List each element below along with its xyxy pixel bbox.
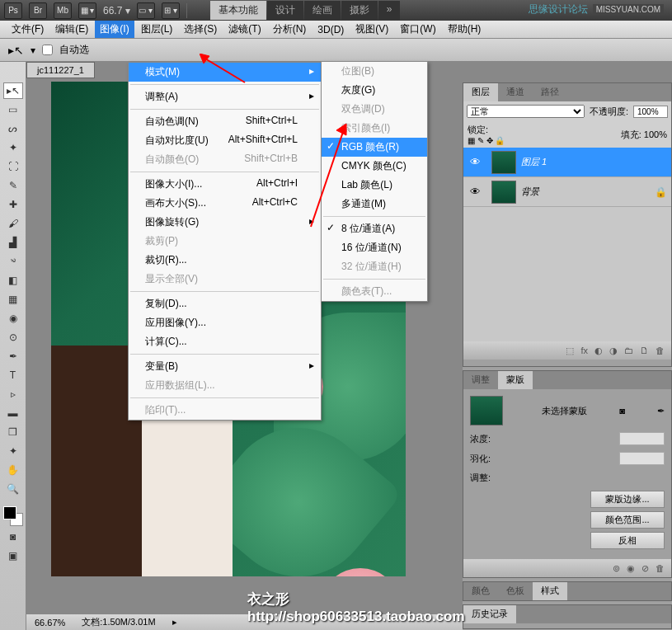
fx-icon[interactable]: fx (580, 346, 588, 355)
workspace-paint[interactable]: 绘画 (304, 1, 341, 20)
menu-view[interactable]: 视图(V) (350, 21, 393, 38)
menu-select[interactable]: 选择(S) (179, 21, 222, 38)
workspace-photo[interactable]: 摄影 (341, 1, 378, 20)
tab-paths[interactable]: 路径 (533, 83, 567, 101)
layer-thumb[interactable] (491, 151, 516, 174)
fill-value[interactable]: 100% (644, 129, 667, 139)
submenu-8bit[interactable]: ✓8 位/通道(A) (322, 219, 427, 238)
screenmode-tool[interactable]: ▣ (3, 548, 23, 564)
menu-image[interactable]: 图像(I) (95, 21, 134, 38)
menu-canvassize[interactable]: 画布大小(S)...Alt+Ctrl+C (129, 194, 321, 213)
menu-rotate[interactable]: 图像旋转(G)▸ (129, 213, 321, 232)
opacity-value[interactable]: 100% (633, 106, 668, 118)
feather-field[interactable] (619, 452, 665, 465)
menu-duplicate[interactable]: 复制(D)... (129, 294, 321, 313)
autosel-checkbox[interactable] (42, 45, 53, 55)
eraser-tool[interactable]: ◧ (3, 272, 23, 289)
tab-masks[interactable]: 蒙版 (498, 371, 533, 389)
path-tool[interactable]: ▹ (3, 386, 23, 402)
tab-history[interactable]: 历史记录 (463, 605, 516, 623)
menu-window[interactable]: 窗口(W) (395, 21, 440, 38)
menu-analysis[interactable]: 分析(N) (268, 21, 312, 38)
menu-imagesize[interactable]: 图像大小(I)...Alt+Ctrl+I (129, 175, 321, 194)
submenu-lab[interactable]: Lab 颜色(L) (322, 176, 427, 195)
adj-icon[interactable]: ◑ (609, 346, 618, 356)
trash-icon[interactable]: 🗑 (656, 563, 665, 573)
3d-tool[interactable]: ❒ (3, 424, 23, 440)
zoom-tool[interactable]: 🔍 (3, 481, 23, 497)
mask-icon[interactable]: ◐ (594, 346, 603, 356)
apply-icon[interactable]: ◉ (627, 563, 635, 574)
menu-calculations[interactable]: 计算(C)... (129, 332, 321, 351)
extras-icon[interactable]: ⊞ ▾ (162, 2, 180, 19)
submenu-gray[interactable]: 灰度(G) (322, 81, 427, 100)
trash-icon[interactable]: 🗑 (656, 346, 665, 355)
dodge-tool[interactable]: ⊙ (3, 329, 23, 346)
arrange-icon[interactable]: ▦ ▾ (78, 2, 96, 19)
submenu-cmyk[interactable]: CMYK 颜色(C) (322, 157, 427, 176)
menu-file[interactable]: 文件(F) (7, 21, 49, 38)
colorrange-button[interactable]: 颜色范围... (590, 511, 665, 529)
move-tool-icon[interactable]: ▸↖ (8, 44, 24, 57)
lasso-tool[interactable]: ᔕ (3, 120, 23, 137)
br-icon[interactable]: Br (29, 2, 47, 19)
visibility-icon[interactable]: 👁 (463, 186, 486, 198)
link-icon[interactable]: ⬚ (566, 346, 574, 356)
3d-cam-tool[interactable]: ✦ (3, 443, 23, 459)
menu-adjustments[interactable]: 调整(A)▸ (129, 87, 321, 106)
layer-thumb[interactable] (491, 181, 516, 204)
menu-3d[interactable]: 3D(D) (313, 22, 349, 37)
fg-color[interactable] (3, 506, 16, 520)
brush-tool[interactable]: 🖌 (3, 215, 23, 232)
pen-tool[interactable]: ✒ (3, 348, 23, 364)
menu-variables[interactable]: 变量(B)▸ (129, 357, 321, 376)
blur-tool[interactable]: ◉ (3, 310, 23, 327)
menu-edit[interactable]: 编辑(E) (50, 21, 93, 38)
crop-tool[interactable]: ⛶ (3, 158, 23, 175)
maskedge-button[interactable]: 蒙版边缘... (590, 491, 665, 508)
menu-layer[interactable]: 图层(L) (136, 21, 178, 38)
mb-icon[interactable]: Mb (54, 2, 72, 19)
quickmask-tool[interactable]: ◙ (3, 529, 23, 545)
menu-autocontrast[interactable]: 自动对比度(U)Alt+Shift+Ctrl+L (129, 131, 321, 150)
menu-trim[interactable]: 裁切(R)... (129, 251, 321, 270)
new-icon[interactable]: 🗋 (640, 346, 649, 355)
menu-filter[interactable]: 滤镜(T) (223, 21, 266, 38)
menu-applyimage[interactable]: 应用图像(Y)... (129, 313, 321, 332)
tab-styles[interactable]: 样式 (533, 582, 567, 600)
folder-icon[interactable]: 🗀 (624, 346, 633, 355)
visibility-icon[interactable]: 👁 (463, 156, 486, 168)
workspace-design[interactable]: 设计 (267, 1, 303, 20)
heal-tool[interactable]: ✚ (3, 196, 23, 213)
tab-color[interactable]: 颜色 (463, 582, 498, 600)
ps-icon[interactable]: Ps (4, 2, 22, 19)
type-tool[interactable]: T (3, 367, 23, 383)
submenu-multi[interactable]: 多通道(M) (322, 195, 427, 214)
vectormask-icon[interactable]: ✒ (657, 406, 665, 416)
tab-swatches[interactable]: 色板 (498, 582, 533, 600)
chevron-right-icon[interactable]: ▸ (172, 617, 177, 628)
menu-mode[interactable]: 模式(M)▸ (129, 63, 321, 82)
hand-tool[interactable]: ✋ (3, 462, 23, 478)
submenu-rgb[interactable]: ✓RGB 颜色(R) (322, 138, 427, 157)
history-brush-tool[interactable]: ༄ (3, 253, 23, 270)
move-tool[interactable]: ▸↖ (3, 82, 23, 99)
submenu-16bit[interactable]: 16 位/通道(N) (322, 238, 427, 257)
pixelmask-icon[interactable]: ◙ (619, 406, 625, 416)
layer-row[interactable]: 👁 图层 1 (463, 148, 671, 177)
screen-icon[interactable]: ▭ ▾ (137, 2, 155, 19)
menu-autotone[interactable]: 自动色调(N)Shift+Ctrl+L (129, 112, 321, 131)
load-icon[interactable]: ⊚ (613, 563, 620, 574)
layer-name[interactable]: 背景 (521, 186, 655, 198)
color-swatches[interactable] (3, 506, 23, 526)
workspace-more[interactable]: » (378, 1, 401, 20)
tab-layers[interactable]: 图层 (463, 83, 498, 101)
blend-mode-select[interactable]: 正常 (467, 105, 585, 118)
status-docinfo[interactable]: 文档:1.50M/3.01M (82, 616, 155, 628)
layer-row[interactable]: 👁 背景 🔒 (463, 177, 671, 207)
disable-icon[interactable]: ⊘ (641, 563, 649, 574)
menu-help[interactable]: 帮助(H) (443, 21, 486, 38)
zoom-readout[interactable]: 66.7 ▾ (103, 5, 130, 16)
lock-icons[interactable]: ▦ ✎ ✥ 🔒 (468, 136, 505, 145)
wand-tool[interactable]: ✦ (3, 139, 23, 156)
